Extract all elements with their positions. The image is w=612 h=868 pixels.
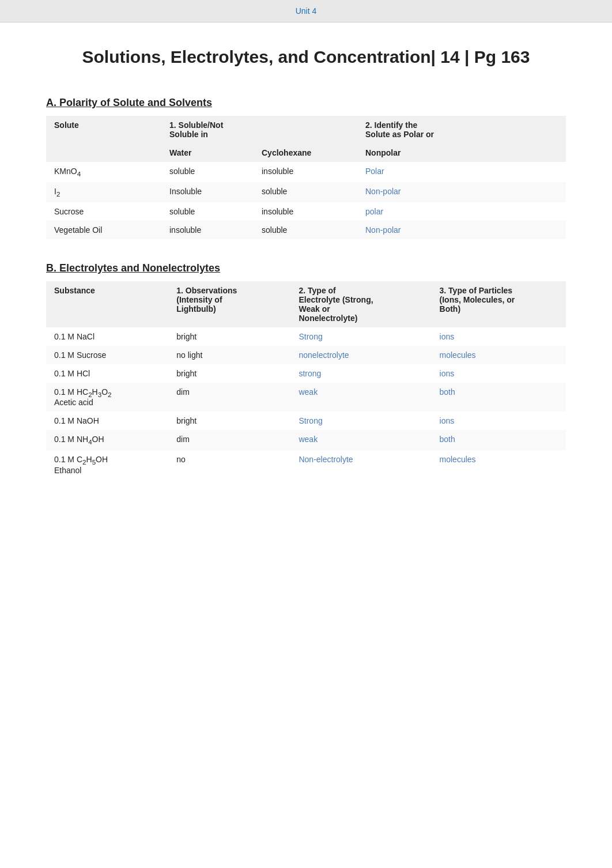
electrolyte-cell: Strong	[290, 327, 431, 346]
section-a-table: Solute 1. Soluble/Not Soluble in 2. Iden…	[46, 116, 566, 239]
table-row: Vegetable Oil insoluble soluble Non-pola…	[46, 221, 566, 239]
section-a-subheader-row: Water Cyclohexane Nonpolar	[46, 144, 566, 162]
electrolyte-cell: nonelectrolyte	[290, 346, 431, 364]
polarity-cell: Non-polar	[357, 182, 566, 202]
col3-subheader	[254, 116, 357, 144]
substance-cell: 0.1 M NaCl	[46, 327, 168, 346]
particles-cell: molecules	[432, 346, 566, 364]
water-cell: soluble	[161, 162, 254, 182]
substance-cell: 0.1 M Sucrose	[46, 346, 168, 364]
section-b-header-row: Substance 1. Observations(Intensity ofLi…	[46, 281, 566, 327]
table-row: 0.1 M NaOH bright Strong ions	[46, 412, 566, 430]
cyclohexane-cell: insoluble	[254, 162, 357, 182]
cyclohexane-subheader: Cyclohexane	[254, 144, 357, 162]
solute-cell: KMnO4	[46, 162, 161, 182]
water-cell: soluble	[161, 202, 254, 221]
particles-cell: both	[432, 430, 566, 450]
table-row: 0.1 M HCl bright strong ions	[46, 364, 566, 383]
polarity-cell: polar	[357, 202, 566, 221]
substance-cell: 0.1 M NaOH	[46, 412, 168, 430]
solute-cell: Vegetable Oil	[46, 221, 161, 239]
particles-cell: both	[432, 383, 566, 412]
top-bar: Unit 4	[0, 0, 612, 22]
electrolyte-cell: Strong	[290, 412, 431, 430]
observation-cell: bright	[168, 364, 290, 383]
substance-cell: 0.1 M HC2H3O2Acetic acid	[46, 383, 168, 412]
table-row: 0.1 M HC2H3O2Acetic acid dim weak both	[46, 383, 566, 412]
observation-cell: no	[168, 450, 290, 480]
particles-cell: molecules	[432, 450, 566, 480]
table-row: KMnO4 soluble insoluble Polar	[46, 162, 566, 182]
section-a: A. Polarity of Solute and Solvents Solut…	[46, 97, 566, 239]
cyclohexane-cell: soluble	[254, 182, 357, 202]
table-row: 0.1 M NaCl bright Strong ions	[46, 327, 566, 346]
water-cell: Insoluble	[161, 182, 254, 202]
b-col4-header: 3. Type of Particles(Ions, Molecules, or…	[432, 281, 566, 327]
particles-cell: ions	[432, 412, 566, 430]
electrolyte-cell: weak	[290, 383, 431, 412]
page-title: Solutions, Electrolytes, and Concentrati…	[46, 46, 566, 68]
cyclohexane-cell: insoluble	[254, 202, 357, 221]
solute-cell: Sucrose	[46, 202, 161, 221]
electrolyte-cell: weak	[290, 430, 431, 450]
polarity-cell: Non-polar	[357, 221, 566, 239]
table-row: Sucrose soluble insoluble polar	[46, 202, 566, 221]
section-a-heading: A. Polarity of Solute and Solvents	[46, 97, 566, 109]
polarity-cell: Polar	[357, 162, 566, 182]
col1-header: Solute	[46, 116, 161, 144]
section-b-heading: B. Electrolytes and Nonelectrolytes	[46, 262, 566, 274]
table-row: 0.1 M NH4OH dim weak both	[46, 430, 566, 450]
col2-header: 1. Soluble/Not Soluble in	[161, 116, 254, 144]
section-a-header-row: Solute 1. Soluble/Not Soluble in 2. Iden…	[46, 116, 566, 144]
section-b-table: Substance 1. Observations(Intensity ofLi…	[46, 281, 566, 480]
particles-cell: ions	[432, 327, 566, 346]
solute-cell: I2	[46, 182, 161, 202]
observation-cell: dim	[168, 383, 290, 412]
substance-cell: 0.1 M HCl	[46, 364, 168, 383]
nonpolar-subheader: Nonpolar	[357, 144, 566, 162]
water-subheader: Water	[161, 144, 254, 162]
electrolyte-cell: strong	[290, 364, 431, 383]
b-col3-header: 2. Type ofElectrolyte (Strong,Weak orNon…	[290, 281, 431, 327]
observation-cell: bright	[168, 412, 290, 430]
electrolyte-cell: Non-electrolyte	[290, 450, 431, 480]
substance-cell: 0.1 M NH4OH	[46, 430, 168, 450]
substance-cell: 0.1 M C2H5OHEthanol	[46, 450, 168, 480]
b-col2-header: 1. Observations(Intensity ofLightbulb)	[168, 281, 290, 327]
cyclohexane-cell: soluble	[254, 221, 357, 239]
observation-cell: dim	[168, 430, 290, 450]
col4-header: 2. Identify the Solute as Polar or	[357, 116, 566, 144]
b-col1-header: Substance	[46, 281, 168, 327]
unit-link[interactable]: Unit 4	[296, 6, 317, 16]
water-cell: insoluble	[161, 221, 254, 239]
particles-cell: ions	[432, 364, 566, 383]
observation-cell: no light	[168, 346, 290, 364]
table-row: I2 Insoluble soluble Non-polar	[46, 182, 566, 202]
observation-cell: bright	[168, 327, 290, 346]
table-row: 0.1 M Sucrose no light nonelectrolyte mo…	[46, 346, 566, 364]
table-row: 0.1 M C2H5OHEthanol no Non-electrolyte m…	[46, 450, 566, 480]
section-b: B. Electrolytes and Nonelectrolytes Subs…	[46, 262, 566, 480]
